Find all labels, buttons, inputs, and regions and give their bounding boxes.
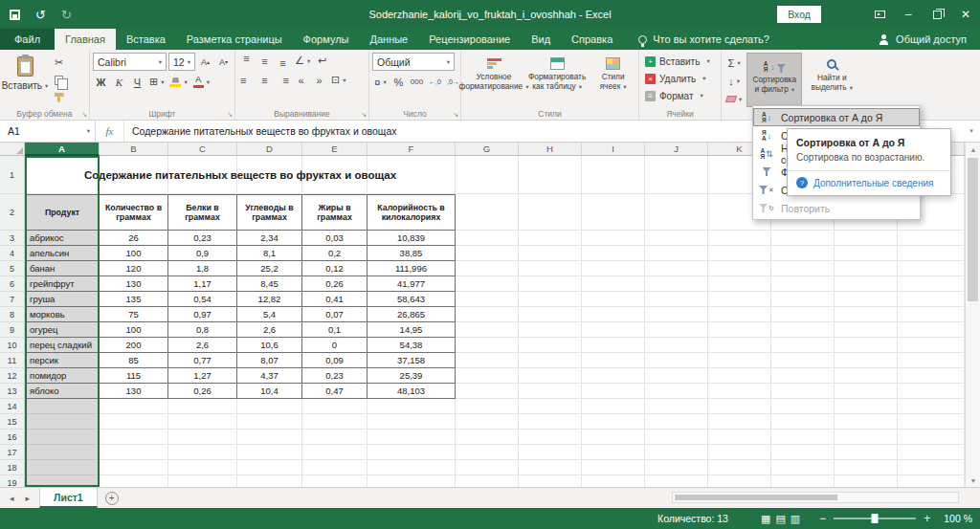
redo-icon[interactable]: ↻ [61,8,72,22]
column-header-A[interactable]: A [25,143,100,156]
merge-center-button[interactable]: ⊡▾ [329,72,347,88]
cell-F18[interactable] [368,460,456,475]
share-button[interactable]: Общий доступ [879,29,980,50]
font-color-button[interactable]: А▾ [191,74,212,90]
insert-function-button[interactable]: fx [96,121,124,142]
cell-J3[interactable] [645,231,708,246]
cell-G8[interactable] [456,307,519,322]
row-header-4[interactable]: 4 [0,246,25,261]
cell-B3[interactable]: 26 [100,231,168,246]
cell-D6[interactable]: 8,45 [237,276,302,292]
find-select-button[interactable]: Найти и выделить▾ [805,53,858,107]
cell-L5[interactable] [771,261,835,276]
cell-L18[interactable] [771,460,835,475]
cell-C7[interactable]: 0,54 [168,292,237,307]
cell-G6[interactable] [456,276,519,292]
cell-F9[interactable]: 14,95 [368,322,456,338]
zoom-level[interactable]: 100 % [944,513,972,524]
ribbon-tab-3[interactable]: Разметка страницы [176,29,293,50]
cell-C1[interactable] [168,156,237,194]
cell-K5[interactable] [708,261,771,276]
sheet-tab-list1[interactable]: Лист1 [39,488,98,508]
cell-B17[interactable] [100,445,168,460]
cell-L3[interactable] [771,231,835,246]
cell-C19[interactable] [168,475,237,487]
cell-B5[interactable]: 120 [100,261,168,276]
column-header-B[interactable]: B [100,143,168,156]
cell-I18[interactable] [582,460,645,475]
ribbon-tab-5[interactable]: Данные [359,29,418,50]
cell-G1[interactable] [456,156,519,194]
cell-H1[interactable] [519,156,582,194]
zoom-in-button[interactable]: + [924,513,930,524]
cell-H10[interactable] [519,338,582,353]
tooltip-help-link[interactable]: ? Дополнительные сведения [796,177,942,188]
cell-N16[interactable] [898,430,965,445]
cell-D11[interactable]: 8,07 [237,353,302,368]
align-middle-button[interactable]: ≡ [256,53,273,69]
conditional-formatting-button[interactable]: Условное форматирование▾ [464,53,523,107]
cell-I2[interactable] [582,194,645,231]
cell-E15[interactable] [302,414,368,430]
cell-C17[interactable] [168,445,237,460]
cell-E13[interactable]: 0,47 [302,384,368,399]
cell-A4[interactable]: апельсин [25,246,100,261]
cell-H16[interactable] [519,430,582,445]
cell-K4[interactable] [708,246,771,261]
cell-B11[interactable]: 85 [100,353,168,368]
autosum-button[interactable]: Σ▾ [724,55,744,71]
increase-indent-button[interactable]: » [311,72,327,88]
close-button[interactable]: ✕ [951,0,980,29]
cell-F8[interactable]: 26,865 [368,307,456,322]
ribbon-tab-4[interactable]: Формулы [293,29,360,50]
cell-M7[interactable] [835,292,898,307]
cell-A15[interactable] [25,414,100,430]
format-cells-button[interactable]: ≡Формат▾ [642,87,718,104]
cell-J17[interactable] [645,445,708,460]
cell-A9[interactable]: огурец [25,322,100,338]
cell-F3[interactable]: 10,839 [368,231,456,246]
cell-F11[interactable]: 37,158 [368,353,456,368]
save-icon[interactable] [10,10,20,20]
cell-K11[interactable] [708,353,771,368]
cell-C9[interactable]: 0,8 [168,322,237,338]
cell-F12[interactable]: 25,39 [368,368,456,384]
cell-D12[interactable]: 4,37 [237,368,302,384]
cell-M11[interactable] [835,353,898,368]
prev-sheet-icon[interactable]: ◂ [10,494,14,503]
cell-L14[interactable] [771,399,835,414]
cell-J16[interactable] [645,430,708,445]
row-header-15[interactable]: 15 [0,414,25,430]
cell-J18[interactable] [645,460,708,475]
cell-L4[interactable] [771,246,835,261]
cell-E3[interactable]: 0,03 [302,231,368,246]
cell-H3[interactable] [519,231,582,246]
cell-N14[interactable] [898,399,965,414]
ribbon-tab-8[interactable]: Справка [561,29,623,50]
cell-N11[interactable] [898,353,965,368]
cell-N8[interactable] [898,307,965,322]
cell-M16[interactable] [835,430,898,445]
cell-L6[interactable] [771,276,835,292]
cell-J9[interactable] [645,322,708,338]
cell-K6[interactable] [708,276,771,292]
cell-F6[interactable]: 41,977 [368,276,456,292]
sort-filter-button[interactable]: АЯ↓ Сортировка и фильтр▾ [746,53,802,107]
cell-N4[interactable] [898,246,965,261]
cell-H14[interactable] [519,399,582,414]
cell-H12[interactable] [519,368,582,384]
align-top-button[interactable]: ≡ [238,53,255,69]
cell-A3[interactable]: абрикос [25,231,100,246]
cell-F14[interactable] [368,399,456,414]
cell-G16[interactable] [456,430,519,445]
cell-G14[interactable] [456,399,519,414]
add-sheet-button[interactable]: + [105,492,119,505]
scroll-up-icon[interactable]: ▲ [966,143,980,156]
cell-M17[interactable] [835,445,898,460]
cell-B16[interactable] [100,430,168,445]
align-left-button[interactable]: ≡ [238,72,255,88]
row-header-12[interactable]: 12 [0,368,25,384]
cell-M19[interactable] [835,475,898,487]
cell-D13[interactable]: 10,4 [237,384,302,399]
cell-C10[interactable]: 2,6 [168,338,237,353]
